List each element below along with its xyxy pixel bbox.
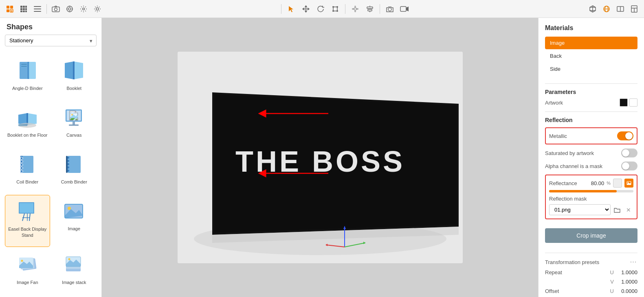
artwork-color-dark[interactable] xyxy=(620,98,628,107)
svg-point-21 xyxy=(68,8,71,10)
sidebar-title: Shapes xyxy=(0,18,101,35)
svg-rect-73 xyxy=(21,64,27,65)
transform-presets-dots[interactable]: ··· xyxy=(629,258,637,266)
material-tab-image[interactable]: Image xyxy=(545,37,637,49)
image-stack-icon xyxy=(62,253,86,277)
mask-file-select[interactable]: 01.png xyxy=(549,204,611,215)
canvas-label: Canvas xyxy=(66,132,81,138)
reflectance-box: Reflectance 80.00 % Reflection mask xyxy=(545,175,637,219)
grid-icon[interactable] xyxy=(17,2,30,15)
rotate-tool[interactable] xyxy=(314,2,327,15)
camera2-tool[interactable] xyxy=(383,2,396,15)
saturated-toggle[interactable] xyxy=(621,148,637,157)
align-tool[interactable] xyxy=(363,2,376,15)
reflectance-image-btn[interactable] xyxy=(624,179,633,188)
panel-view-icon[interactable] xyxy=(614,2,627,15)
svg-rect-1 xyxy=(10,6,13,9)
parameters-title: Parameters xyxy=(545,89,637,95)
image-fan-label: Image Fan xyxy=(17,280,38,285)
select-tool[interactable] xyxy=(285,2,298,15)
svg-rect-101 xyxy=(20,203,33,213)
svg-line-103 xyxy=(29,214,30,221)
shape-item-image-fan[interactable]: Image Fan xyxy=(5,249,50,294)
svg-rect-10 xyxy=(23,8,25,10)
shape-item-booklet-floor[interactable]: Booklet on the Floor xyxy=(5,101,50,146)
reflectance-swatch-btn[interactable] xyxy=(613,179,622,188)
sphere-view-icon[interactable] xyxy=(600,2,613,15)
category-select[interactable]: Stationery Office Books Display xyxy=(5,35,97,46)
image-icon xyxy=(62,199,86,223)
node-tool[interactable] xyxy=(349,2,362,15)
svg-line-35 xyxy=(95,11,96,11)
category-dropdown-wrapper: Stationery Office Books Display xyxy=(5,35,97,46)
shape-item-canvas[interactable]: Canvas xyxy=(52,101,97,146)
saturated-track[interactable] xyxy=(621,148,637,157)
divider-1 xyxy=(545,83,637,84)
sep-c3 xyxy=(380,4,380,14)
settings-icon[interactable] xyxy=(77,2,90,15)
alpha-label: Alpha channel is a mask xyxy=(545,163,602,169)
svg-point-48 xyxy=(352,8,354,10)
sun-icon[interactable] xyxy=(91,2,104,15)
offset-u-row: Offset U 0.0000 xyxy=(545,288,637,294)
reflectance-unit: % xyxy=(607,181,611,186)
camera-icon[interactable] xyxy=(49,2,62,15)
layout-view-icon[interactable] xyxy=(628,2,641,15)
move-tool[interactable] xyxy=(299,2,312,15)
image-stack-label: Image stack xyxy=(62,280,86,285)
svg-rect-8 xyxy=(25,6,27,8)
alpha-thumb xyxy=(622,162,629,170)
alpha-track[interactable] xyxy=(621,162,637,170)
svg-point-26 xyxy=(83,8,85,10)
3d-scene[interactable]: THE BOSS xyxy=(178,52,463,263)
material-tab-back[interactable]: Back xyxy=(545,50,637,62)
crop-image-button[interactable]: Crop image xyxy=(545,228,637,243)
shape-item-angle-binder[interactable]: Angle-D Binder xyxy=(5,55,50,100)
reflectance-value: 80.00 xyxy=(591,180,604,186)
mask-clear-btn[interactable]: ✕ xyxy=(624,205,633,215)
shape-item-image-stack[interactable]: Image stack xyxy=(52,249,97,294)
alpha-toggle[interactable] xyxy=(621,162,637,170)
artwork-label: Artwork xyxy=(545,100,563,106)
target-icon[interactable] xyxy=(63,2,76,15)
svg-point-117 xyxy=(68,258,70,260)
shape-item-easel-stand[interactable]: Easel Back Display Stand xyxy=(5,195,50,247)
metallic-toggle[interactable] xyxy=(617,131,633,140)
svg-marker-41 xyxy=(303,8,304,10)
reflectance-slider-track[interactable] xyxy=(549,190,633,192)
svg-rect-72 xyxy=(29,62,36,79)
metallic-label: Metallic xyxy=(549,133,567,139)
metallic-track[interactable] xyxy=(617,131,633,140)
artwork-row: Artwork xyxy=(545,98,637,107)
scale-tool[interactable] xyxy=(329,2,342,15)
artwork-color-light[interactable] xyxy=(629,98,637,107)
svg-rect-9 xyxy=(20,8,22,10)
svg-point-51 xyxy=(354,11,356,12)
material-tabs: Image Back Side xyxy=(545,37,637,75)
center-tools xyxy=(279,2,411,15)
svg-rect-11 xyxy=(25,8,27,10)
shape-item-coil-binder[interactable]: Coil Binder xyxy=(5,148,50,193)
comb-binder-icon xyxy=(62,152,86,177)
shape-item-booklet[interactable]: Booklet xyxy=(52,55,97,100)
add-icon[interactable] xyxy=(3,2,16,15)
reflectance-slider-fill xyxy=(549,190,617,192)
svg-marker-40 xyxy=(305,11,307,12)
shape-item-image[interactable]: Image xyxy=(52,195,97,247)
mask-folder-btn[interactable] xyxy=(612,205,622,215)
canvas-icon xyxy=(62,105,86,130)
svg-rect-53 xyxy=(368,9,372,11)
reflectance-label: Reflectance xyxy=(549,180,589,186)
left-tools xyxy=(3,2,104,15)
svg-rect-74 xyxy=(21,66,27,67)
material-tab-side[interactable]: Side xyxy=(545,63,637,75)
saturated-row: Saturated by artwork xyxy=(545,148,637,157)
metallic-row: Metallic xyxy=(549,131,633,140)
shape-item-comb-binder[interactable]: Comb Binder xyxy=(52,148,97,193)
svg-line-32 xyxy=(95,7,96,7)
svg-point-44 xyxy=(332,6,334,8)
record-tool[interactable] xyxy=(398,2,411,15)
sep-c1 xyxy=(281,4,281,14)
box-view-icon[interactable] xyxy=(586,2,599,15)
menu-icon[interactable] xyxy=(31,2,44,15)
